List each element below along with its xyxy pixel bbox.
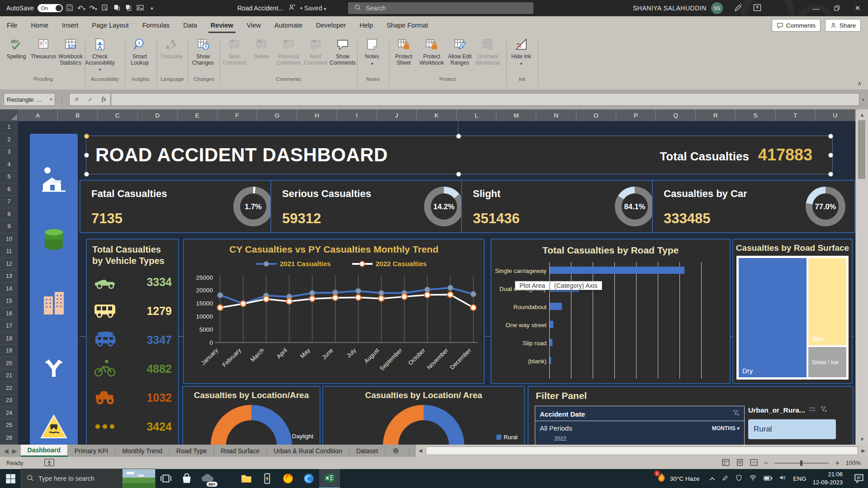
row-header-20[interactable]: 20 <box>0 357 18 370</box>
battery-icon[interactable] <box>764 474 772 483</box>
shape-handle[interactable] <box>84 172 89 177</box>
kpi-card-slight[interactable]: Slight35143684.1% <box>461 180 665 233</box>
next-sheet-icon[interactable]: ▶ <box>12 445 21 457</box>
copy-icon[interactable] <box>123 4 134 13</box>
vertical-scrollbar[interactable]: ▲ ▼ <box>855 109 868 445</box>
row-header-5[interactable]: 5 <box>0 171 18 183</box>
timeline-slicer[interactable]: Accident Date All Periods MONTHS ▾ 2022 <box>535 406 745 445</box>
search-box[interactable]: Search <box>348 2 533 14</box>
horizontal-scrollbar[interactable]: ◀ ▶ <box>415 445 868 457</box>
column-header-S[interactable]: S <box>736 109 775 121</box>
row-header-9[interactable]: 9 <box>0 221 18 233</box>
treemap-block-snow[interactable]: Snow / Ice <box>808 347 846 377</box>
row-header-26[interactable]: 26 <box>0 432 18 445</box>
phone-link-icon[interactable] <box>257 469 278 488</box>
accessibility-checker-icon[interactable] <box>44 459 54 468</box>
security-shield-icon[interactable] <box>736 474 742 483</box>
hscroll-left-icon[interactable]: ◀ <box>415 448 425 454</box>
picture-icon[interactable] <box>135 4 146 13</box>
shape-handle[interactable] <box>84 134 89 139</box>
namebox-splitter[interactable]: ⋮ <box>59 95 66 103</box>
column-header-L[interactable]: L <box>457 109 496 121</box>
microsoft-store-icon[interactable] <box>176 469 197 488</box>
vertical-scroll-thumb[interactable] <box>858 120 865 179</box>
column-header-K[interactable]: K <box>417 109 457 121</box>
row-header-12[interactable]: 12 <box>0 258 18 271</box>
monthly-trend-chart[interactable]: CY Casualties vs PY Casualties Monthly T… <box>183 239 485 384</box>
row-header-14[interactable]: 14 <box>0 283 18 296</box>
tab-data[interactable]: Data <box>176 16 204 34</box>
dashboard-header[interactable]: ROAD ACCIDENT DASHBOARD Total Casualties… <box>86 136 833 174</box>
tab-formulas[interactable]: Formulas <box>136 16 176 34</box>
expand-formula-bar-icon[interactable]: ▾ <box>862 97 864 102</box>
user-name[interactable]: SHANIYA SALAHUDDIN <box>633 5 707 12</box>
treemap-block-wet[interactable]: Wet <box>808 258 846 345</box>
sheet-tab-urban-rural-condition[interactable]: Urban & Rural Condition <box>267 445 349 457</box>
zoom-in-icon[interactable]: + <box>835 459 839 467</box>
spelling-button[interactable]: abcSpelling <box>3 38 30 60</box>
row-header-13[interactable]: 13 <box>0 270 18 283</box>
row-header-2[interactable]: 2 <box>0 134 18 146</box>
workbook-statistics-button[interactable]: 123Workbook Statistics <box>57 38 84 66</box>
column-header-T[interactable]: T <box>776 109 816 121</box>
protect-workbook-button[interactable]: Protect Workbook <box>418 38 446 66</box>
multi-select-icon[interactable] <box>809 406 816 415</box>
row-header-16[interactable]: 16 <box>0 308 18 320</box>
show-changes-button[interactable]: Show Changes <box>189 38 217 66</box>
road-type-chart[interactable]: Total Casualties by Road Type Single car… <box>491 239 731 384</box>
bar-blank[interactable] <box>550 357 551 364</box>
add-author-icon[interactable] <box>288 4 296 13</box>
comments-button[interactable]: Comments <box>772 19 821 32</box>
action-center-icon[interactable] <box>850 469 868 488</box>
prev-sheet-icon[interactable]: ◀ <box>0 445 12 457</box>
row-header-4[interactable]: 4 <box>0 159 18 171</box>
clock[interactable]: 21:06 12-09-2023 <box>813 470 843 486</box>
tab-home[interactable]: Home <box>24 16 55 34</box>
row-header-23[interactable]: 23 <box>0 394 18 407</box>
column-header-O[interactable]: O <box>576 109 616 121</box>
treemap-block-dry[interactable]: Dry <box>739 258 807 377</box>
row-header-22[interactable]: 22 <box>0 382 18 395</box>
sheet-tab-road-surface[interactable]: Road Surface <box>214 445 267 457</box>
sheet-tab-monthly-trend[interactable]: Monthly Trend <box>115 445 170 457</box>
notes-button[interactable]: Notes ▾ <box>358 38 386 66</box>
column-header-U[interactable]: U <box>816 109 855 121</box>
bar-one-way-street[interactable] <box>550 321 553 328</box>
location-area-chart-1[interactable]: Casualties by Location/Area Daylight <box>182 386 321 445</box>
hide-ink-button[interactable]: Hide Ink ▾ <box>507 38 535 66</box>
tab-help[interactable]: Help <box>353 16 380 34</box>
sheet-tab-primary-kpi[interactable]: Primary KPI <box>68 445 116 457</box>
show-comments-button[interactable]: Show Comments <box>329 38 356 66</box>
shape-handle[interactable] <box>456 134 461 139</box>
new-sheet-icon[interactable]: ⊕ <box>385 445 406 457</box>
slicer-clear-filter-icon[interactable] <box>820 406 827 415</box>
smart-lookup-button[interactable]: iSmart Lookup <box>126 38 154 66</box>
kpi-card-casualties-by-car[interactable]: Casualties by Car33348577.0% <box>652 180 855 233</box>
column-header-M[interactable]: M <box>496 109 536 121</box>
zoom-out-icon[interactable]: − <box>764 459 768 467</box>
row-header-6[interactable]: 6 <box>0 183 18 196</box>
quick-print-icon[interactable] <box>99 4 110 13</box>
scroll-up-icon[interactable]: ▲ <box>856 109 868 117</box>
customize-toolbar-icon[interactable]: ▾ <box>146 6 157 11</box>
row-header-15[interactable]: 15 <box>0 295 18 308</box>
row-header-3[interactable]: 3 <box>0 146 18 159</box>
column-header-N[interactable]: N <box>536 109 576 121</box>
column-header-Q[interactable]: Q <box>656 109 696 121</box>
avatar[interactable]: SS <box>711 2 723 14</box>
row-header-1[interactable]: 1 <box>0 121 18 134</box>
column-header-J[interactable]: J <box>377 109 417 121</box>
wifi-icon[interactable] <box>749 474 757 483</box>
row-header-21[interactable]: 21 <box>0 370 18 382</box>
road-surface-chart[interactable]: Casualties by Road Surface Dry Wet Snow … <box>732 239 853 384</box>
share-button[interactable]: Share <box>825 19 861 32</box>
column-header-B[interactable]: B <box>58 109 98 121</box>
edge-teams-icon[interactable] <box>298 469 319 488</box>
excel-taskbar-icon[interactable] <box>319 469 340 488</box>
column-header-D[interactable]: D <box>138 109 178 121</box>
normal-view-icon[interactable] <box>722 459 730 467</box>
row-header-11[interactable]: 11 <box>0 245 18 258</box>
shape-handle[interactable] <box>828 134 833 139</box>
column-header-G[interactable]: G <box>257 109 297 121</box>
tab-file[interactable]: File <box>0 16 24 34</box>
